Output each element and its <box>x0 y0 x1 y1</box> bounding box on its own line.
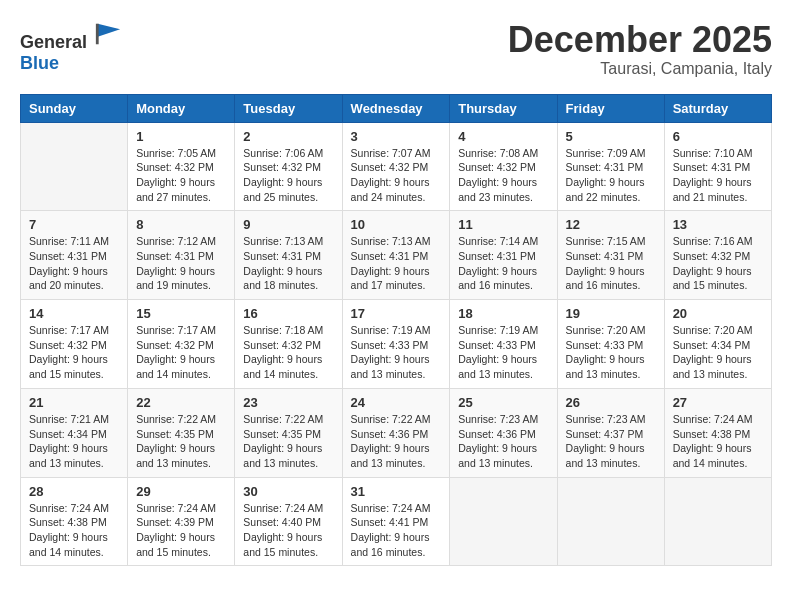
calendar-week-row: 14Sunrise: 7:17 AMSunset: 4:32 PMDayligh… <box>21 300 772 389</box>
day-info: Sunrise: 7:24 AMSunset: 4:40 PMDaylight:… <box>243 501 333 560</box>
day-number: 7 <box>29 217 119 232</box>
calendar-cell: 5Sunrise: 7:09 AMSunset: 4:31 PMDaylight… <box>557 122 664 211</box>
calendar-week-row: 1Sunrise: 7:05 AMSunset: 4:32 PMDaylight… <box>21 122 772 211</box>
logo-blue: Blue <box>20 53 59 73</box>
calendar-cell: 28Sunrise: 7:24 AMSunset: 4:38 PMDayligh… <box>21 477 128 566</box>
day-number: 29 <box>136 484 226 499</box>
day-number: 2 <box>243 129 333 144</box>
logo: General Blue <box>20 20 122 74</box>
calendar-cell: 20Sunrise: 7:20 AMSunset: 4:34 PMDayligh… <box>664 300 771 389</box>
calendar-cell: 16Sunrise: 7:18 AMSunset: 4:32 PMDayligh… <box>235 300 342 389</box>
day-info: Sunrise: 7:23 AMSunset: 4:36 PMDaylight:… <box>458 412 548 471</box>
day-number: 31 <box>351 484 442 499</box>
day-info: Sunrise: 7:22 AMSunset: 4:35 PMDaylight:… <box>136 412 226 471</box>
calendar-cell: 18Sunrise: 7:19 AMSunset: 4:33 PMDayligh… <box>450 300 557 389</box>
day-info: Sunrise: 7:18 AMSunset: 4:32 PMDaylight:… <box>243 323 333 382</box>
day-number: 17 <box>351 306 442 321</box>
day-number: 21 <box>29 395 119 410</box>
calendar-cell: 27Sunrise: 7:24 AMSunset: 4:38 PMDayligh… <box>664 388 771 477</box>
day-info: Sunrise: 7:14 AMSunset: 4:31 PMDaylight:… <box>458 234 548 293</box>
day-info: Sunrise: 7:11 AMSunset: 4:31 PMDaylight:… <box>29 234 119 293</box>
calendar-cell <box>664 477 771 566</box>
day-info: Sunrise: 7:09 AMSunset: 4:31 PMDaylight:… <box>566 146 656 205</box>
calendar-cell: 6Sunrise: 7:10 AMSunset: 4:31 PMDaylight… <box>664 122 771 211</box>
day-number: 20 <box>673 306 763 321</box>
day-number: 16 <box>243 306 333 321</box>
day-info: Sunrise: 7:10 AMSunset: 4:31 PMDaylight:… <box>673 146 763 205</box>
calendar-cell <box>450 477 557 566</box>
calendar-cell <box>21 122 128 211</box>
day-info: Sunrise: 7:13 AMSunset: 4:31 PMDaylight:… <box>243 234 333 293</box>
weekday-header-sunday: Sunday <box>21 94 128 122</box>
calendar-cell: 11Sunrise: 7:14 AMSunset: 4:31 PMDayligh… <box>450 211 557 300</box>
calendar-cell: 22Sunrise: 7:22 AMSunset: 4:35 PMDayligh… <box>128 388 235 477</box>
weekday-header-wednesday: Wednesday <box>342 94 450 122</box>
day-number: 5 <box>566 129 656 144</box>
calendar-cell: 26Sunrise: 7:23 AMSunset: 4:37 PMDayligh… <box>557 388 664 477</box>
day-info: Sunrise: 7:22 AMSunset: 4:35 PMDaylight:… <box>243 412 333 471</box>
calendar-table: SundayMondayTuesdayWednesdayThursdayFrid… <box>20 94 772 567</box>
day-number: 10 <box>351 217 442 232</box>
calendar-cell: 15Sunrise: 7:17 AMSunset: 4:32 PMDayligh… <box>128 300 235 389</box>
day-info: Sunrise: 7:12 AMSunset: 4:31 PMDaylight:… <box>136 234 226 293</box>
day-number: 15 <box>136 306 226 321</box>
location-title: Taurasi, Campania, Italy <box>508 60 772 78</box>
calendar-cell: 30Sunrise: 7:24 AMSunset: 4:40 PMDayligh… <box>235 477 342 566</box>
day-info: Sunrise: 7:24 AMSunset: 4:38 PMDaylight:… <box>29 501 119 560</box>
month-title: December 2025 <box>508 20 772 60</box>
weekday-header-monday: Monday <box>128 94 235 122</box>
day-number: 4 <box>458 129 548 144</box>
day-number: 14 <box>29 306 119 321</box>
day-info: Sunrise: 7:24 AMSunset: 4:41 PMDaylight:… <box>351 501 442 560</box>
day-number: 19 <box>566 306 656 321</box>
calendar-cell: 7Sunrise: 7:11 AMSunset: 4:31 PMDaylight… <box>21 211 128 300</box>
day-number: 27 <box>673 395 763 410</box>
weekday-header-thursday: Thursday <box>450 94 557 122</box>
weekday-header-saturday: Saturday <box>664 94 771 122</box>
weekday-header-friday: Friday <box>557 94 664 122</box>
calendar-cell: 8Sunrise: 7:12 AMSunset: 4:31 PMDaylight… <box>128 211 235 300</box>
day-info: Sunrise: 7:13 AMSunset: 4:31 PMDaylight:… <box>351 234 442 293</box>
day-info: Sunrise: 7:07 AMSunset: 4:32 PMDaylight:… <box>351 146 442 205</box>
logo-text: General Blue <box>20 20 122 74</box>
calendar-cell: 21Sunrise: 7:21 AMSunset: 4:34 PMDayligh… <box>21 388 128 477</box>
day-number: 30 <box>243 484 333 499</box>
calendar-cell <box>557 477 664 566</box>
day-number: 11 <box>458 217 548 232</box>
title-block: December 2025 Taurasi, Campania, Italy <box>508 20 772 78</box>
calendar-cell: 3Sunrise: 7:07 AMSunset: 4:32 PMDaylight… <box>342 122 450 211</box>
calendar-header-row: SundayMondayTuesdayWednesdayThursdayFrid… <box>21 94 772 122</box>
calendar-cell: 12Sunrise: 7:15 AMSunset: 4:31 PMDayligh… <box>557 211 664 300</box>
calendar-cell: 4Sunrise: 7:08 AMSunset: 4:32 PMDaylight… <box>450 122 557 211</box>
day-info: Sunrise: 7:23 AMSunset: 4:37 PMDaylight:… <box>566 412 656 471</box>
day-number: 6 <box>673 129 763 144</box>
calendar-cell: 2Sunrise: 7:06 AMSunset: 4:32 PMDaylight… <box>235 122 342 211</box>
day-info: Sunrise: 7:20 AMSunset: 4:33 PMDaylight:… <box>566 323 656 382</box>
day-info: Sunrise: 7:17 AMSunset: 4:32 PMDaylight:… <box>136 323 226 382</box>
calendar-cell: 29Sunrise: 7:24 AMSunset: 4:39 PMDayligh… <box>128 477 235 566</box>
day-info: Sunrise: 7:17 AMSunset: 4:32 PMDaylight:… <box>29 323 119 382</box>
svg-marker-0 <box>97 24 119 37</box>
calendar-cell: 1Sunrise: 7:05 AMSunset: 4:32 PMDaylight… <box>128 122 235 211</box>
calendar-cell: 10Sunrise: 7:13 AMSunset: 4:31 PMDayligh… <box>342 211 450 300</box>
calendar-week-row: 28Sunrise: 7:24 AMSunset: 4:38 PMDayligh… <box>21 477 772 566</box>
day-number: 12 <box>566 217 656 232</box>
day-info: Sunrise: 7:22 AMSunset: 4:36 PMDaylight:… <box>351 412 442 471</box>
day-number: 26 <box>566 395 656 410</box>
day-number: 25 <box>458 395 548 410</box>
day-info: Sunrise: 7:05 AMSunset: 4:32 PMDaylight:… <box>136 146 226 205</box>
calendar-cell: 24Sunrise: 7:22 AMSunset: 4:36 PMDayligh… <box>342 388 450 477</box>
calendar-cell: 14Sunrise: 7:17 AMSunset: 4:32 PMDayligh… <box>21 300 128 389</box>
day-number: 3 <box>351 129 442 144</box>
day-info: Sunrise: 7:19 AMSunset: 4:33 PMDaylight:… <box>458 323 548 382</box>
day-info: Sunrise: 7:16 AMSunset: 4:32 PMDaylight:… <box>673 234 763 293</box>
logo-flag-icon <box>94 20 122 48</box>
svg-rect-1 <box>95 24 98 45</box>
calendar-cell: 17Sunrise: 7:19 AMSunset: 4:33 PMDayligh… <box>342 300 450 389</box>
day-number: 13 <box>673 217 763 232</box>
calendar-cell: 13Sunrise: 7:16 AMSunset: 4:32 PMDayligh… <box>664 211 771 300</box>
logo-general: General <box>20 32 87 52</box>
day-number: 23 <box>243 395 333 410</box>
calendar-week-row: 7Sunrise: 7:11 AMSunset: 4:31 PMDaylight… <box>21 211 772 300</box>
day-number: 1 <box>136 129 226 144</box>
